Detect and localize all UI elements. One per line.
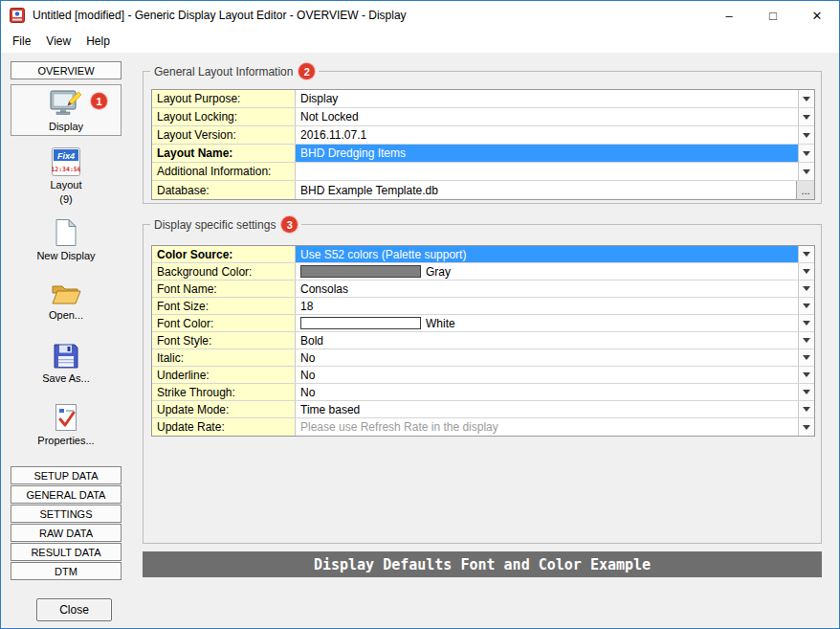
row-value-field[interactable]: Not Locked [296, 108, 798, 125]
sidebar-tool-new-display[interactable]: New Display [11, 215, 122, 267]
dropdown-arrow-icon[interactable] [798, 418, 814, 436]
save-floppy-icon [53, 343, 79, 370]
row-value-field[interactable] [296, 163, 798, 180]
menu-item-view[interactable]: View [38, 31, 78, 52]
dropdown-arrow-icon[interactable] [798, 126, 814, 144]
dropdown-arrow-icon[interactable] [798, 298, 814, 314]
row-value-field[interactable]: BHD Dredging Items [296, 145, 798, 162]
dropdown-arrow-icon[interactable] [798, 145, 814, 162]
row-label: Layout Version: [152, 126, 296, 144]
setting-row: Color Source:Use S52 colors (Palette sup… [152, 246, 814, 263]
setting-row: Strike Through:No [152, 384, 814, 401]
dropdown-arrow-icon[interactable] [798, 281, 814, 297]
row-label: Update Mode: [152, 401, 296, 417]
groupbox-title: Display specific settings [154, 218, 276, 232]
row-value-text: White [426, 317, 455, 330]
display-settings-table: Color Source:Use S52 colors (Palette sup… [151, 245, 815, 437]
row-value-text: Not Locked [300, 110, 359, 124]
dropdown-arrow-icon[interactable] [798, 90, 814, 107]
row-value-text: Gray [426, 265, 451, 279]
tool-label-save-as: Save As... [42, 372, 90, 384]
dropdown-arrow-icon[interactable] [798, 108, 814, 125]
menu-item-file[interactable]: File [5, 31, 38, 52]
sidebar-item-settings[interactable]: SETTINGS [11, 505, 122, 523]
setting-row: Layout Name:BHD Dredging Items [152, 145, 814, 163]
minimize-button[interactable]: – [707, 1, 751, 30]
sidebar-tool-layout[interactable]: Fix4 12:34:56 Layout (9) [11, 145, 122, 204]
groupbox-title: General Layout Information [154, 65, 293, 79]
row-label: Layout Name: [152, 145, 296, 162]
browse-button[interactable]: ... [796, 181, 814, 199]
display-settings-legend: Display specific settings 3 [150, 216, 301, 233]
dropdown-arrow-icon[interactable] [798, 263, 814, 280]
maximize-button[interactable]: □ [751, 1, 795, 30]
tool-label-new-display: New Display [36, 250, 95, 261]
row-value-text: No [300, 369, 315, 382]
close-button[interactable]: Close [36, 598, 112, 621]
setting-row: Font Color:White [152, 315, 814, 332]
dropdown-arrow-icon[interactable] [798, 401, 814, 417]
row-value-text: No [300, 386, 315, 399]
sidebar-tool-open[interactable]: Open... [11, 279, 122, 330]
row-value-field[interactable]: White [296, 315, 798, 331]
general-layout-groupbox: General Layout Information 2 Layout Purp… [143, 71, 822, 204]
dropdown-arrow-icon[interactable] [798, 349, 814, 366]
row-value-field[interactable]: Time based [296, 401, 798, 417]
dropdown-arrow-icon[interactable] [798, 332, 814, 348]
tool-label-open: Open... [49, 309, 83, 321]
row-value-text: BHD Dredging Items [300, 146, 406, 160]
row-value-field[interactable]: BHD Example Template.db [296, 181, 796, 199]
setting-row: Background Color:Gray [152, 263, 814, 281]
annotation-badge-2: 2 [298, 63, 315, 79]
row-value-field[interactable]: Use S52 colors (Palette support) [296, 246, 798, 262]
sidebar-item-result-data[interactable]: RESULT DATA [11, 543, 122, 561]
row-value-text: Bold [300, 334, 323, 348]
tool-label-display: Display [49, 121, 83, 132]
dropdown-arrow-icon[interactable] [798, 384, 814, 400]
row-value-field[interactable]: Please use Refresh Rate in the display [296, 418, 798, 436]
menu-item-help[interactable]: Help [78, 31, 118, 52]
close-window-button[interactable]: ✕ [795, 1, 839, 30]
sidebar-tool-display[interactable]: Display 1 [11, 84, 122, 136]
display-settings-groupbox: Display specific settings 3 Color Source… [143, 224, 822, 544]
setting-row: Layout Purpose:Display [152, 90, 814, 108]
color-swatch [300, 265, 421, 278]
row-value-field[interactable]: No [296, 349, 798, 366]
row-value-field[interactable]: Gray [296, 263, 798, 280]
dropdown-arrow-icon[interactable] [798, 367, 814, 383]
sidebar-sections: SETUP DATAGENERAL DATASETTINGSRAW DATARE… [11, 466, 122, 581]
row-value-field[interactable]: Display [296, 90, 798, 107]
menu-bar: FileViewHelp [1, 30, 839, 53]
tool-label-layout: Layout [50, 179, 81, 191]
setting-row: Font Size:18 [152, 298, 814, 315]
row-value-field[interactable]: Bold [296, 332, 798, 348]
sidebar-item-dtm[interactable]: DTM [11, 562, 122, 580]
row-value-field[interactable]: Consolas [296, 281, 798, 297]
setting-row: Database:BHD Example Template.db... [152, 181, 814, 199]
row-label: Layout Purpose: [152, 90, 296, 107]
row-label: Database: [152, 181, 296, 199]
dropdown-arrow-icon[interactable] [798, 163, 814, 180]
row-value-field[interactable]: No [296, 367, 798, 383]
sidebar-item-general-data[interactable]: GENERAL DATA [11, 485, 122, 504]
dropdown-arrow-icon[interactable] [798, 246, 814, 262]
row-value-field[interactable]: 2016.11.07.1 [296, 126, 798, 144]
setting-row: Layout Locking:Not Locked [152, 108, 814, 126]
row-label: Color Source: [152, 246, 296, 262]
setting-row: Italic:No [152, 349, 814, 367]
sidebar-item-setup-data[interactable]: SETUP DATA [11, 466, 122, 484]
sidebar-item-overview[interactable]: OVERVIEW [11, 61, 122, 79]
properties-checklist-icon [54, 403, 78, 432]
row-label: Additional Information: [152, 163, 296, 180]
row-value-field[interactable]: No [296, 384, 798, 400]
setting-row: Update Rate:Please use Refresh Rate in t… [152, 418, 814, 436]
sidebar-item-raw-data[interactable]: RAW DATA [11, 524, 122, 542]
row-label: Update Rate: [152, 418, 296, 436]
svg-text:Fix4: Fix4 [57, 151, 75, 161]
sidebar-tool-save-as[interactable]: Save As... [11, 340, 122, 392]
dropdown-arrow-icon[interactable] [798, 315, 814, 331]
app-window: Untitled [modified] - Generic Display La… [0, 0, 840, 629]
row-value-field[interactable]: 18 [296, 298, 798, 314]
open-folder-icon [51, 281, 81, 306]
sidebar-tool-properties[interactable]: Properties... [11, 400, 122, 454]
